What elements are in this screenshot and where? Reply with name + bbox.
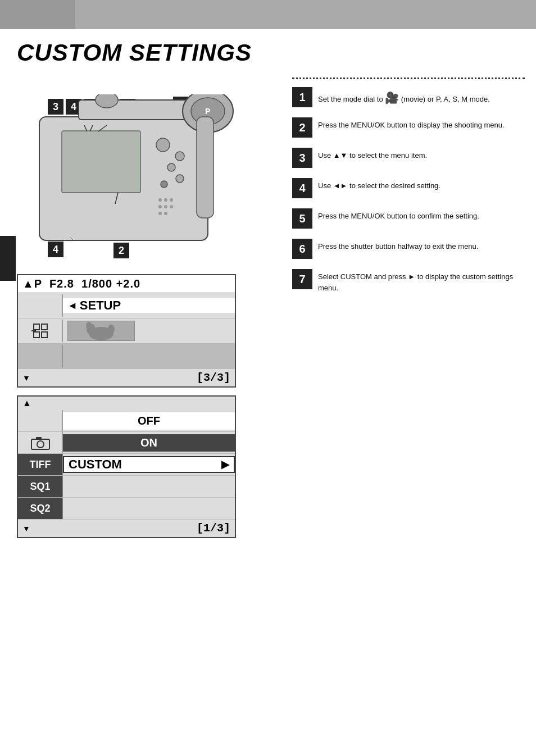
svg-point-2 <box>156 138 170 152</box>
badge-2-cam: 2 <box>113 243 129 258</box>
screen1-topbar: ▲P F2.8 1/800 +2.0 <box>18 275 235 293</box>
step-badge-4: 4 <box>292 178 312 198</box>
screen2-custom-label: CUSTOM ▶ <box>63 456 235 473</box>
screen2-cell-sq2: SQ2 <box>18 498 63 519</box>
step-3: 3 Use ▲▼ to select the menu item. <box>292 148 525 168</box>
movie-icon: 🎥 <box>385 92 399 104</box>
screen1-page: [3/3] <box>197 371 230 384</box>
screen2-custom: ▲ OFF ON <box>17 395 236 538</box>
step-badge-1: 1 <box>292 87 312 107</box>
screen1-cell-empty2 <box>18 345 63 367</box>
screen2-bottom: ▼ [1/3] <box>18 520 235 537</box>
svg-point-14 <box>164 212 167 215</box>
step-badge-2: 2 <box>292 117 312 138</box>
svg-point-13 <box>158 212 162 215</box>
screen2-cell-sq1: SQ1 <box>18 476 63 497</box>
side-tab <box>0 236 16 281</box>
page-title: CUSTOM SETTINGS <box>0 29 536 72</box>
screen1-setup-item: ◄ SETUP <box>63 298 235 313</box>
svg-point-34 <box>86 322 92 330</box>
step-text-5: Press the MENU/OK button to confirm the … <box>318 208 479 222</box>
svg-point-33 <box>108 325 115 334</box>
svg-point-9 <box>170 198 173 202</box>
step-badge-3: 3 <box>292 148 312 168</box>
screen2-row-off: OFF <box>18 410 235 432</box>
screen2-custom-arrow: ▶ <box>221 458 229 471</box>
header-bar-inner <box>75 0 536 29</box>
right-column: 1 Set the mode dial to 🎥 (movie) or P, A… <box>287 78 525 538</box>
content-area: 3 4 5 6 7 1 <box>0 72 536 538</box>
svg-rect-37 <box>36 437 42 440</box>
svg-point-19 <box>96 94 118 108</box>
screen2-row-sq2: SQ2 <box>18 498 235 520</box>
header-bar <box>0 0 536 29</box>
badge-4-cam: 4 <box>48 242 63 257</box>
screen2-off-label: OFF <box>63 412 235 430</box>
svg-point-36 <box>37 441 44 448</box>
tri-down-icon: ▼ <box>22 374 30 382</box>
screen2-cell-tiff: TIFF <box>18 454 63 475</box>
screen2-row-custom: TIFF CUSTOM ▶ <box>18 454 235 476</box>
screen2-row-sq1: SQ1 <box>18 476 235 498</box>
step-1: 1 Set the mode dial to 🎥 (movie) or P, A… <box>292 87 525 107</box>
step-text-2: Press the MENU/OK button to display the … <box>318 117 505 131</box>
step-badge-6: 6 <box>292 239 312 259</box>
svg-point-6 <box>161 181 167 188</box>
screen2-cell-on-icon <box>18 432 63 453</box>
step-text-1: Set the mode dial to 🎥 (movie) or P, A, … <box>318 87 490 106</box>
step-badge-5: 5 <box>292 208 312 229</box>
screen1-bottom: ▼ [3/3] <box>18 369 235 386</box>
svg-rect-27 <box>42 324 47 330</box>
step-5: 5 Press the MENU/OK button to confirm th… <box>292 208 525 229</box>
svg-point-4 <box>167 163 175 171</box>
svg-rect-15 <box>79 100 191 120</box>
svg-rect-1 <box>62 131 140 193</box>
svg-point-5 <box>176 175 184 183</box>
step-text-3: Use ▲▼ to select the menu item. <box>318 148 427 161</box>
camera-svg: P <box>34 94 242 257</box>
screen1-row3 <box>18 344 235 369</box>
screen2-page: [1/3] <box>197 522 230 535</box>
screen2-tri-down: ▼ <box>22 524 30 533</box>
step-6: 6 Press the shutter button halfway to ex… <box>292 239 525 259</box>
screen2-row-on: ON <box>18 432 235 454</box>
step-7: 7 Select CUSTOM and press ► to display t… <box>292 269 525 293</box>
svg-rect-29 <box>42 332 47 338</box>
step-text-4: Use ◄► to select the desired setting. <box>318 178 440 192</box>
screen1-cell-icon <box>18 320 63 342</box>
step-badge-7: 7 <box>292 269 312 289</box>
screen1-top-display: ▲P F2.8 1/800 +2.0 <box>22 277 140 290</box>
svg-rect-20 <box>197 117 214 218</box>
screen2-on-label: ON <box>63 434 235 452</box>
screen1-setup: ▲P F2.8 1/800 +2.0 ◄ SETUP <box>17 274 236 388</box>
screen1-row2 <box>18 318 235 344</box>
svg-point-8 <box>164 198 167 202</box>
left-column: 3 4 5 6 7 1 <box>17 78 275 538</box>
arrow-left-icon: ◄ <box>67 300 78 312</box>
screen2-topbar: ▲ <box>18 397 235 410</box>
svg-point-3 <box>175 152 184 161</box>
svg-text:P: P <box>205 107 210 116</box>
screen1-row1: ◄ SETUP <box>18 293 235 318</box>
svg-point-12 <box>170 205 173 208</box>
svg-point-7 <box>158 198 162 202</box>
step-4: 4 Use ◄► to select the desired setting. <box>292 178 525 198</box>
step-text-6: Press the shutter button halfway to exit… <box>318 239 478 252</box>
step-text-7: Select CUSTOM and press ► to display the… <box>318 269 525 293</box>
step-2: 2 Press the MENU/OK button to display th… <box>292 117 525 138</box>
svg-point-10 <box>158 205 162 208</box>
screen2-tri-up: ▲ <box>22 398 31 408</box>
screen1-cell-empty <box>18 294 63 317</box>
dotted-divider <box>292 78 525 79</box>
camera-diagram: 3 4 5 6 7 1 <box>17 78 264 268</box>
screen2-custom-text: CUSTOM <box>69 457 122 472</box>
screen1-setup-label: SETUP <box>80 298 121 313</box>
svg-point-11 <box>164 205 167 208</box>
screen1-row2-right <box>63 321 235 341</box>
screen2-cell-off-left <box>18 410 63 431</box>
svg-rect-26 <box>34 324 39 330</box>
svg-rect-28 <box>34 332 39 338</box>
